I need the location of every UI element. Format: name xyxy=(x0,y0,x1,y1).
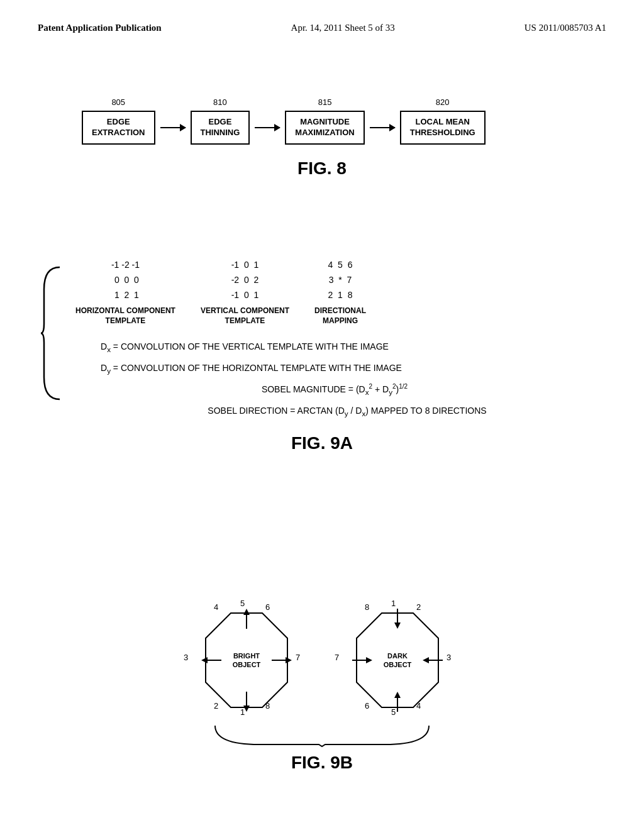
svg-marker-17 xyxy=(394,692,401,698)
arrow-2 xyxy=(255,127,280,128)
fig9b-section: BRIGHT OBJECT 5 4 6 3 7 2 1 8 xyxy=(38,604,606,773)
dark-object-diagram: DARK OBJECT 1 8 2 7 3 6 5 4 xyxy=(341,604,454,719)
bright-object-diagram: BRIGHT OBJECT 5 4 6 3 7 2 1 8 xyxy=(190,604,303,719)
dark-num-4: 4 xyxy=(416,701,421,711)
block-820-box: LOCAL MEAN THRESHOLDING xyxy=(400,111,486,145)
dark-num-6: 6 xyxy=(365,701,369,711)
directional-matrix-grid: 4 5 6 3 * 7 2 1 8 xyxy=(328,258,353,302)
bright-num-6: 6 xyxy=(265,602,270,612)
block-820: 820 LOCAL MEAN THRESHOLDING xyxy=(400,97,486,145)
svg-marker-19 xyxy=(366,657,372,663)
block-815-box: MAGNITUDE MAXIMIZATION xyxy=(285,111,364,145)
eq4: SOBEL DIRECTION = ARCTAN (Dy / Dx) MAPPE… xyxy=(101,402,606,421)
bright-num-7: 7 xyxy=(296,653,300,662)
page-header: Patent Application Publication Apr. 14, … xyxy=(0,0,644,33)
bright-object-svg: BRIGHT OBJECT xyxy=(190,604,303,717)
bottom-brace-icon xyxy=(196,722,448,748)
vertical-matrix: -1 0 1 -2 0 2 -1 0 1 VERTICAL COMPONENTT… xyxy=(201,258,289,326)
vertical-matrix-grid: -1 0 1 -2 0 2 -1 0 1 xyxy=(231,258,259,302)
eq1: Dx = CONVOLUTION OF THE VERTICAL TEMPLAT… xyxy=(101,338,606,357)
eq3: SOBEL MAGNITUDE = (Dx2 + Dy2)1/2 xyxy=(101,380,606,399)
fig8-section: 805 EDGE EXTRACTION 810 EDGE THINNING 81… xyxy=(38,97,606,179)
horizontal-matrix-label: HORIZONTAL COMPONENTTEMPLATE xyxy=(75,306,175,326)
block-810: 810 EDGE THINNING xyxy=(191,97,250,145)
vertical-matrix-label: VERTICAL COMPONENTTEMPLATE xyxy=(201,306,289,326)
dark-num-8: 8 xyxy=(365,602,369,612)
dark-num-3: 3 xyxy=(447,653,451,662)
svg-marker-15 xyxy=(423,657,429,663)
arrow-1 xyxy=(160,127,186,128)
svg-text:OBJECT: OBJECT xyxy=(384,661,412,668)
svg-marker-4 xyxy=(286,657,292,663)
bottom-brace-container xyxy=(38,722,606,748)
fig9a-section: -1 -2 -1 0 0 0 1 2 1 HORIZONTAL COMPONEN… xyxy=(38,258,606,453)
dark-num-5: 5 xyxy=(391,707,396,717)
matrix-group: -1 -2 -1 0 0 0 1 2 1 HORIZONTAL COMPONEN… xyxy=(63,258,606,326)
arrow-3 xyxy=(370,127,395,128)
bright-num-5: 5 xyxy=(240,599,245,608)
block-805-label: 805 xyxy=(111,97,125,107)
svg-marker-2 xyxy=(243,609,250,615)
equations: Dx = CONVOLUTION OF THE VERTICAL TEMPLAT… xyxy=(63,338,606,421)
horizontal-matrix-grid: -1 -2 -1 0 0 0 1 2 1 xyxy=(111,258,140,302)
eq2: Dy = CONVOLUTION OF THE HORIZONTAL TEMPL… xyxy=(101,359,606,378)
block-815: 815 MAGNITUDE MAXIMIZATION xyxy=(285,97,364,145)
svg-text:DARK: DARK xyxy=(387,652,408,660)
bright-num-4: 4 xyxy=(214,602,218,612)
block-810-box: EDGE THINNING xyxy=(191,111,250,145)
directional-matrix: 4 5 6 3 * 7 2 1 8 DIRECTIONALMAPPING xyxy=(314,258,366,326)
block-815-label: 815 xyxy=(318,97,332,107)
header-right: US 2011/0085703 A1 xyxy=(525,23,606,33)
block-805: 805 EDGE EXTRACTION xyxy=(82,97,155,145)
flowchart: 805 EDGE EXTRACTION 810 EDGE THINNING 81… xyxy=(38,97,606,145)
bright-num-8: 8 xyxy=(265,701,270,711)
fig9b-title: FIG. 9B xyxy=(38,753,606,773)
block-820-label: 820 xyxy=(436,97,450,107)
left-brace-icon xyxy=(38,264,63,402)
dark-object-svg: DARK OBJECT xyxy=(341,604,454,717)
horizontal-matrix: -1 -2 -1 0 0 0 1 2 1 HORIZONTAL COMPONEN… xyxy=(75,258,175,326)
fig9a-title: FIG. 9A xyxy=(38,433,606,453)
dark-num-7: 7 xyxy=(335,653,339,662)
bright-num-1: 1 xyxy=(240,707,245,717)
fig8-title: FIG. 8 xyxy=(38,158,606,179)
header-left: Patent Application Publication xyxy=(38,23,162,33)
block-810-label: 810 xyxy=(213,97,227,107)
bright-num-2: 2 xyxy=(214,701,218,711)
directional-matrix-label: DIRECTIONALMAPPING xyxy=(314,306,366,326)
block-805-box: EDGE EXTRACTION xyxy=(82,111,155,145)
bright-num-3: 3 xyxy=(184,653,188,662)
svg-marker-8 xyxy=(201,657,208,663)
header-center: Apr. 14, 2011 Sheet 5 of 33 xyxy=(291,23,395,33)
fig9b-diagrams: BRIGHT OBJECT 5 4 6 3 7 2 1 8 xyxy=(38,604,606,719)
dark-num-2: 2 xyxy=(416,602,421,612)
svg-text:BRIGHT: BRIGHT xyxy=(233,652,260,660)
svg-marker-13 xyxy=(394,622,401,629)
svg-text:OBJECT: OBJECT xyxy=(233,661,261,668)
dark-num-1: 1 xyxy=(391,599,396,608)
